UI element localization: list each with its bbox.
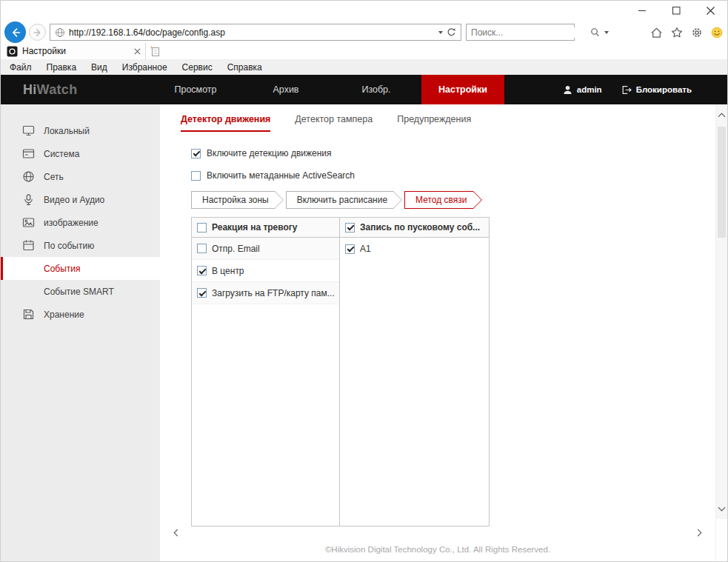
sidebar-item-local[interactable]: Локальный bbox=[1, 119, 160, 142]
close-button[interactable] bbox=[693, 1, 727, 21]
lock-button[interactable]: Блокировать bbox=[621, 85, 692, 95]
address-bar[interactable] bbox=[50, 24, 461, 41]
sidebar-item-image[interactable]: изображение bbox=[1, 211, 160, 234]
minimize-button[interactable] bbox=[625, 1, 659, 21]
close-icon bbox=[707, 4, 715, 18]
enable-motion-detection-checkbox[interactable] bbox=[191, 149, 201, 158]
trigger-recording-checkbox[interactable] bbox=[345, 223, 355, 233]
scroll-down-icon bbox=[718, 504, 726, 511]
select-all-actions-checkbox[interactable] bbox=[197, 223, 207, 233]
image-icon bbox=[22, 216, 35, 229]
menu-file[interactable]: Файл bbox=[10, 62, 32, 73]
sidebar-item-label: изображение bbox=[44, 218, 98, 228]
home-icon[interactable] bbox=[650, 27, 663, 39]
url-input[interactable] bbox=[69, 27, 435, 38]
vertical-scrollbar[interactable] bbox=[715, 104, 727, 562]
menu-tools[interactable]: Сервис bbox=[182, 62, 213, 73]
nav-configuration[interactable]: Настройки bbox=[421, 75, 504, 104]
back-button[interactable] bbox=[4, 21, 26, 43]
sidebar-item-system[interactable]: Система bbox=[1, 142, 160, 165]
browser-navbar bbox=[1, 21, 727, 43]
column-header: Реакция на тревогу bbox=[192, 218, 339, 238]
tab-motion-detection[interactable]: Детектор движения bbox=[181, 114, 270, 132]
subtab-linkage-method[interactable]: Метод связи bbox=[404, 191, 472, 209]
enable-activesearch-label: Включить метаданные ActiveSearch bbox=[207, 170, 355, 181]
scrollbar-track[interactable] bbox=[716, 104, 727, 519]
tab-title: Настройки bbox=[22, 46, 130, 56]
refresh-icon[interactable] bbox=[447, 27, 456, 37]
subtab-arming-schedule[interactable]: Включить расписание bbox=[286, 191, 393, 209]
menu-edit[interactable]: Правка bbox=[47, 62, 77, 73]
lock-label: Блокировать bbox=[636, 85, 692, 94]
monitor-icon bbox=[22, 124, 35, 137]
scroll-down-button[interactable] bbox=[716, 501, 727, 513]
upload-ftp-checkbox[interactable] bbox=[197, 288, 207, 298]
linkage-table: Реакция на тревогу Отпр. Email В центр З… bbox=[191, 217, 490, 526]
column-header-label: Реакция на тревогу bbox=[212, 222, 298, 233]
app-header: HiWatch Просмотр Архив Изобр. Настройки … bbox=[1, 75, 727, 104]
browser-tab[interactable]: Настройки bbox=[1, 43, 146, 59]
tab-tamper-detection[interactable]: Детектор тампера bbox=[295, 114, 373, 132]
nav-playback[interactable]: Архив bbox=[241, 75, 331, 104]
menu-help[interactable]: Справка bbox=[227, 62, 262, 73]
tab-exception[interactable]: Предупреждения bbox=[397, 114, 471, 132]
enable-activesearch-checkbox[interactable] bbox=[191, 171, 201, 181]
table-row: A1 bbox=[340, 238, 489, 260]
forward-arrow-icon bbox=[33, 27, 43, 38]
new-tab-icon bbox=[149, 45, 162, 58]
sidebar-item-network[interactable]: Сеть bbox=[1, 165, 160, 188]
channel-a1-checkbox[interactable] bbox=[345, 244, 355, 254]
column-header-label: Запись по пусковому соб... bbox=[360, 222, 480, 233]
scrollbar-thumb[interactable] bbox=[718, 127, 726, 238]
menu-view[interactable]: Вид bbox=[91, 62, 107, 73]
row-label: A1 bbox=[360, 244, 371, 254]
nav-live-view[interactable]: Просмотр bbox=[150, 75, 241, 104]
current-user: admin bbox=[563, 85, 602, 95]
column-header: Запись по пусковому соб... bbox=[340, 218, 489, 238]
sidebar-item-label: Сеть bbox=[44, 172, 64, 182]
linkage-column-actions: Реакция на тревогу Отпр. Email В центр З… bbox=[192, 218, 340, 526]
sidebar-item-label: Локальный bbox=[44, 126, 90, 136]
row-label: Отпр. Email bbox=[212, 244, 260, 254]
address-dropdown-icon[interactable] bbox=[438, 31, 443, 34]
sidebar-item-storage[interactable]: Хранение bbox=[1, 303, 160, 326]
sidebar-item-events[interactable]: События bbox=[1, 257, 160, 280]
scroll-up-button[interactable] bbox=[716, 110, 727, 122]
maximize-icon bbox=[672, 4, 681, 18]
send-email-checkbox[interactable] bbox=[197, 244, 207, 253]
search-input[interactable] bbox=[471, 27, 586, 38]
scroll-left-icon[interactable] bbox=[174, 529, 181, 537]
browser-window: Настройки Файл Правка Вид Избранное Серв… bbox=[0, 0, 728, 562]
search-dropdown-icon[interactable] bbox=[604, 31, 609, 34]
favicon-icon bbox=[7, 46, 18, 57]
settings-gear-icon[interactable] bbox=[691, 27, 703, 39]
sidebar-item-label: Событие SMART bbox=[44, 287, 114, 297]
subtab-area-settings[interactable]: Настройка зоны bbox=[191, 191, 275, 209]
user-icon bbox=[563, 85, 572, 95]
sidebar-item-label: Видео и Аудио bbox=[44, 195, 104, 205]
row-label: Загрузить на FTP/карту пам... bbox=[212, 288, 335, 298]
menu-bar: Файл Правка Вид Избранное Сервис Справка bbox=[1, 59, 727, 75]
scroll-right-icon[interactable] bbox=[695, 529, 702, 537]
sub-tabs: Настройка зоны Включить расписание Метод… bbox=[191, 191, 484, 209]
search-icon[interactable] bbox=[590, 27, 600, 37]
nav-picture[interactable]: Изобр. bbox=[331, 75, 421, 104]
sidebar-item-video-audio[interactable]: Видео и Аудио bbox=[1, 188, 160, 211]
maximize-button[interactable] bbox=[659, 1, 693, 21]
forward-button[interactable] bbox=[29, 24, 46, 41]
hiwatch-logo: HiWatch bbox=[23, 75, 77, 104]
main-content: Детектор движения Детектор тампера Преду… bbox=[160, 104, 715, 562]
menu-favorites[interactable]: Избранное bbox=[122, 62, 167, 73]
search-box[interactable] bbox=[466, 24, 575, 41]
sidebar-item-event[interactable]: По событию bbox=[1, 234, 160, 257]
favorites-star-icon[interactable] bbox=[671, 27, 683, 39]
calendar-icon bbox=[22, 239, 35, 252]
sidebar-item-smart-event[interactable]: Событие SMART bbox=[1, 280, 160, 303]
new-tab-button[interactable] bbox=[149, 43, 162, 59]
row-label: В центр bbox=[212, 266, 244, 276]
notify-center-checkbox[interactable] bbox=[197, 266, 207, 275]
linkage-column-trigger-recording: Запись по пусковому соб... A1 bbox=[340, 218, 489, 526]
tab-close-icon[interactable] bbox=[134, 48, 141, 55]
back-arrow-icon bbox=[10, 27, 21, 39]
feedback-smiley-icon[interactable] bbox=[711, 27, 723, 39]
